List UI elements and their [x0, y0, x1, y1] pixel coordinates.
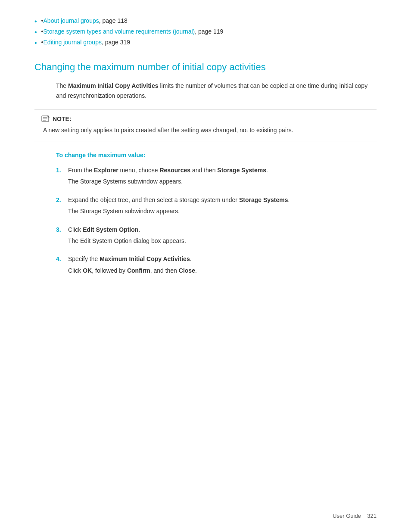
note-box: NOTE: A new setting only applies to pair… — [34, 109, 377, 141]
step-number-2: 2. — [56, 195, 68, 221]
page-container: • About journal groups, page 118 • Stora… — [0, 0, 411, 532]
max-initial-copy-bold: Maximum Initial Copy Activities — [100, 255, 190, 262]
confirm-bold: Confirm — [127, 267, 150, 274]
page-ref-3: , page 319 — [102, 39, 130, 46]
page-footer: User Guide 321 — [333, 513, 377, 519]
step-content-4: Specify the Maximum Initial Copy Activit… — [68, 254, 377, 280]
step-1-sub: The Storage Systems subwindow appears. — [68, 177, 377, 186]
step-number-1: 1. — [56, 165, 68, 191]
step-3-sub: The Edit System Option dialog box appear… — [68, 236, 377, 246]
list-item: • Storage system types and volume requir… — [34, 28, 377, 36]
subsection-heading: To change the maximum value: — [34, 152, 377, 159]
note-icon — [41, 115, 50, 122]
note-text: A new setting only applies to pairs crea… — [41, 126, 370, 135]
ok-bold: OK — [83, 267, 92, 274]
close-bold: Close — [179, 267, 195, 274]
list-item: • Editing journal groups, page 319 — [34, 39, 377, 47]
note-label: NOTE: — [53, 115, 72, 122]
about-journal-link[interactable]: About journal groups — [44, 17, 99, 24]
resources-bold: Resources — [159, 167, 190, 174]
edit-system-option-bold: Edit System Option — [83, 226, 138, 233]
step-1: 1. From the Explorer menu, choose Resour… — [56, 165, 377, 191]
step-3: 3. Click Edit System Option. The Edit Sy… — [56, 225, 377, 250]
step-content-1: From the Explorer menu, choose Resources… — [68, 165, 377, 191]
note-header: NOTE: — [41, 115, 370, 122]
page-ref-1: , page 118 — [99, 17, 128, 24]
step-2-sub: The Storage System subwindow appears. — [68, 206, 377, 216]
step-number-4: 4. — [56, 254, 68, 280]
explorer-bold: Explorer — [94, 167, 118, 174]
step-content-2: Expand the object tree, and then select … — [68, 195, 377, 221]
step-4: 4. Specify the Maximum Initial Copy Acti… — [56, 254, 377, 280]
storage-systems-bold-2: Storage Systems — [239, 196, 288, 203]
bold-phrase: Maximum Initial Copy Activities — [68, 82, 159, 89]
page-number: 321 — [367, 513, 377, 519]
page-ref-2: , page 119 — [195, 28, 223, 35]
step-content-3: Click Edit System Option. The Edit Syste… — [68, 225, 377, 250]
step-4-sub: Click OK, followed by Confirm, and then … — [68, 266, 377, 275]
footer-label: User Guide — [333, 513, 361, 519]
editing-journal-link[interactable]: Editing journal groups — [44, 39, 102, 46]
storage-systems-bold: Storage Systems — [217, 167, 266, 174]
steps-list: 1. From the Explorer menu, choose Resour… — [34, 165, 377, 280]
intro-list: • About journal groups, page 118 • Stora… — [34, 17, 377, 47]
section-heading: Changing the maximum number of initial c… — [34, 61, 377, 74]
step-number-3: 3. — [56, 225, 68, 250]
step-2: 2. Expand the object tree, and then sele… — [56, 195, 377, 221]
storage-system-types-link[interactable]: Storage system types and volume requirem… — [44, 28, 195, 35]
list-item: • About journal groups, page 118 — [34, 17, 377, 25]
body-text: The Maximum Initial Copy Activities limi… — [34, 81, 377, 100]
